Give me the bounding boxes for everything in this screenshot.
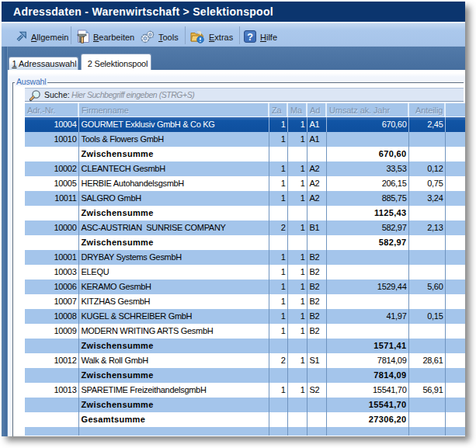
svg-text:?: ? (247, 32, 253, 43)
